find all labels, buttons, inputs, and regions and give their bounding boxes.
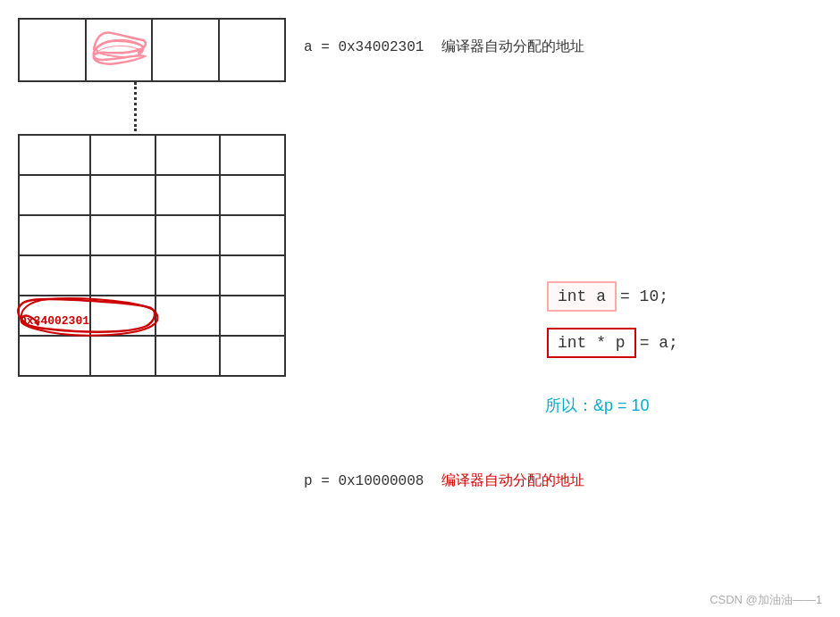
dotted-connector [134, 82, 137, 131]
bottom-grid-container: 0x34002301 [18, 134, 286, 377]
table-row-address: 0x34002301 [19, 296, 285, 336]
annotation-a-text: a = 0x34002301 [304, 39, 424, 55]
top-cell-1 [19, 19, 86, 81]
table-row [19, 135, 285, 175]
pink-scribble-svg [89, 22, 150, 76]
suoyi-line: 所以：&p = 10 [545, 395, 650, 416]
table-row [19, 215, 285, 255]
code-box-a: int a = 10; [547, 281, 668, 312]
code-p-rest: = a; [640, 334, 678, 352]
watermark-text: CSDN @加油油——1 [710, 593, 822, 606]
code-a-varname: a [586, 288, 606, 305]
table-row [19, 175, 285, 215]
code-a-keyword: int [558, 288, 586, 305]
annotation-p-text: p = 0x10000008 [304, 473, 424, 489]
code-a-rest: = 10; [620, 288, 668, 305]
suoyi-text: 所以：&p = 10 [545, 396, 650, 414]
watermark: CSDN @加油油——1 [710, 592, 822, 608]
annotation-p: p = 0x10000008 编译器自动分配的地址 [304, 471, 584, 490]
address-cell: 0x34002301 [19, 296, 90, 336]
top-cell-4 [219, 19, 286, 81]
top-grid-container [18, 18, 286, 80]
table-row [19, 255, 285, 296]
code-a-bordered: int a [547, 281, 617, 312]
annotation-a: a = 0x34002301 编译器自动分配的地址 [304, 38, 584, 56]
code-box-p: int * p = a; [547, 328, 678, 358]
annotation-a-comment: 编译器自动分配的地址 [441, 38, 584, 56]
code-p-keyword: int [558, 334, 586, 352]
address-value: 0x34002301 [20, 304, 89, 328]
annotation-p-comment: 编译器自动分配的地址 [441, 471, 584, 490]
code-p-varname: * p [586, 334, 625, 352]
code-p-bordered: int * p [547, 328, 636, 358]
top-cell-3 [152, 19, 219, 81]
top-cell-2-highlighted [86, 19, 153, 81]
